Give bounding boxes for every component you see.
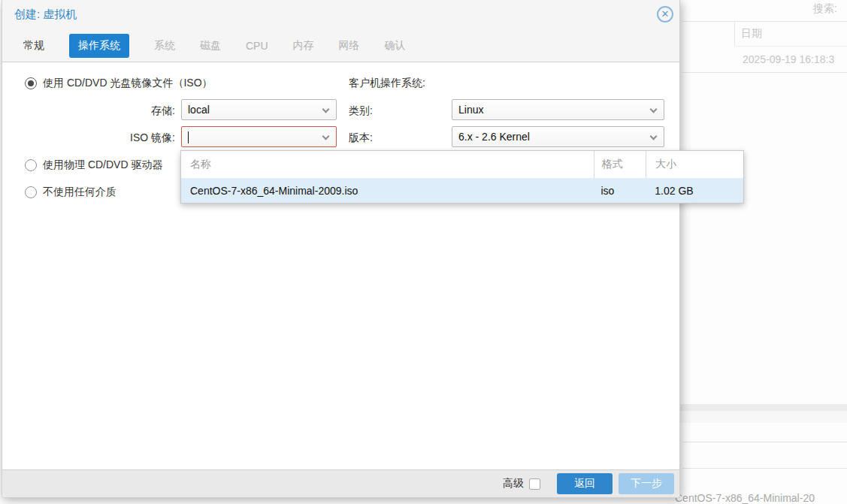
next-button[interactable]: 下一步 [619,473,674,494]
column-header-name[interactable]: 名称 [181,151,594,178]
radio-button-icon[interactable] [25,159,37,171]
dialog-title: 创建: 虚拟机 [14,8,77,22]
tab-confirm: 确认 [385,39,406,53]
chevron-down-icon[interactable] [650,133,658,140]
bg-panel-band [680,404,847,411]
bg-header-underline [734,46,847,47]
back-button[interactable]: 返回 [557,473,613,494]
storage-combobox[interactable]: local [181,99,337,120]
os-type-label: 类别: [349,104,373,118]
radio-label: 不使用任何介质 [43,186,116,199]
iso-dropdown-panel: 名称 格式 大小 CentOS-7-x86_64-Minimal-2009.is… [180,150,744,204]
radio-label: 使用 CD/DVD 光盘镜像文件（ISO） [43,77,213,90]
bg-column-divider [734,21,735,46]
radio-button-icon[interactable] [25,186,37,198]
close-icon[interactable]: ✕ [657,6,673,23]
iso-format-cell: iso [594,185,646,197]
iso-dropdown-row[interactable]: CentOS-7-x86_64-Minimal-2009.iso iso 1.0… [181,178,743,203]
radio-use-iso[interactable]: 使用 CD/DVD 光盘镜像文件（ISO） [25,77,213,90]
os-type-value: Linux [458,104,483,116]
tab-network: 网络 [339,39,360,53]
column-header-format[interactable]: 格式 [594,151,646,178]
chevron-down-icon[interactable] [322,106,330,113]
tab-disks: 磁盘 [200,39,221,53]
radio-label: 使用物理 CD/DVD 驱动器 [43,158,162,172]
tab-cpu: CPU [246,40,268,52]
storage-value: local [188,104,210,116]
radio-physical-drive[interactable]: 使用物理 CD/DVD 驱动器 [25,158,162,172]
bg-search-label: 搜索: [813,2,837,16]
tab-memory: 内存 [293,39,314,53]
iso-image-label: ISO 镜像: [77,131,175,145]
tab-os[interactable]: 操作系统 [69,34,129,58]
dialog-footer: 高级 返回 下一步 [2,469,679,497]
advanced-checkbox[interactable] [529,478,540,490]
bg-line-2 [682,468,847,469]
iso-image-combobox[interactable] [181,126,337,147]
bg-panel-band-light [680,411,847,423]
tab-general[interactable]: 常规 [23,39,44,53]
os-version-label: 版本: [349,131,373,145]
text-cursor [188,131,189,143]
column-header-size[interactable]: 大小 [646,151,743,178]
wizard-tabbar: 常规 操作系统 系统 磁盘 CPU 内存 网络 确认 [23,34,406,58]
bg-row-divider [682,72,847,73]
create-vm-dialog: 创建: 虚拟机 ✕ 常规 操作系统 系统 磁盘 CPU 内存 网络 确认 使用 … [2,0,680,498]
radio-button-icon[interactable] [25,77,37,89]
bg-date-column-header: 日期 [741,27,762,41]
iso-name-cell: CentOS-7-x86_64-Minimal-2009.iso [181,185,594,197]
chevron-down-icon[interactable] [322,133,330,140]
bg-line-1 [682,442,847,442]
os-version-value: 6.x - 2.6 Kernel [458,131,530,143]
os-type-combobox[interactable]: Linux [452,99,664,120]
radio-no-media[interactable]: 不使用任何介质 [25,186,116,199]
advanced-label: 高级 [503,477,524,490]
bg-date-cell: 2025-09-19 16:18:3 [743,53,834,65]
bg-header-divider [682,21,847,22]
os-version-combobox[interactable]: 6.x - 2.6 Kernel [452,126,664,147]
iso-dropdown-header: 名称 格式 大小 [181,151,743,178]
chevron-down-icon[interactable] [650,106,658,113]
iso-size-cell: 1.02 GB [646,185,743,197]
bg-iso-filename-text: CentOS-7-x86_64-Minimal-20 [675,492,815,504]
tab-system: 系统 [154,39,175,53]
guest-os-heading: 客户机操作系统: [349,77,425,90]
storage-label: 存储: [77,104,175,118]
